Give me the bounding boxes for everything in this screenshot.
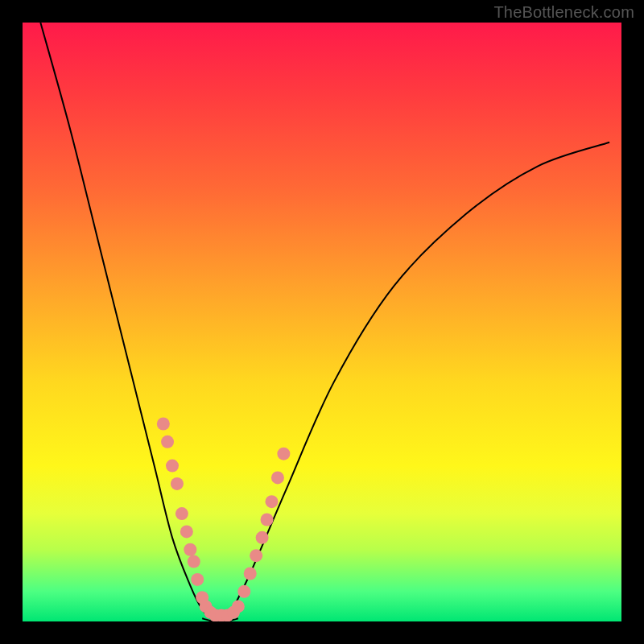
marker-dot <box>180 525 193 538</box>
marker-dot <box>166 460 179 473</box>
marker-dot <box>271 471 284 484</box>
marker-dot <box>250 549 262 562</box>
marker-dot <box>171 477 184 490</box>
marker-group <box>157 417 291 621</box>
curve-layer <box>23 23 621 621</box>
series-right-branch <box>226 142 609 621</box>
marker-dot <box>161 436 174 448</box>
marker-dot <box>256 531 269 544</box>
marker-dot <box>266 495 279 508</box>
marker-dot <box>175 507 188 520</box>
marker-dot <box>277 448 290 460</box>
marker-dot <box>191 573 204 586</box>
curve-group <box>40 23 609 621</box>
marker-dot <box>184 543 196 556</box>
marker-dot <box>157 417 170 430</box>
chart-frame: TheBottleneck.com <box>0 0 644 644</box>
marker-dot <box>188 555 200 568</box>
marker-dot <box>232 600 245 613</box>
marker-dot <box>244 567 257 580</box>
watermark-text: TheBottleneck.com <box>493 3 634 22</box>
marker-dot <box>261 514 274 526</box>
plot-area <box>23 23 621 621</box>
marker-dot <box>237 585 250 598</box>
